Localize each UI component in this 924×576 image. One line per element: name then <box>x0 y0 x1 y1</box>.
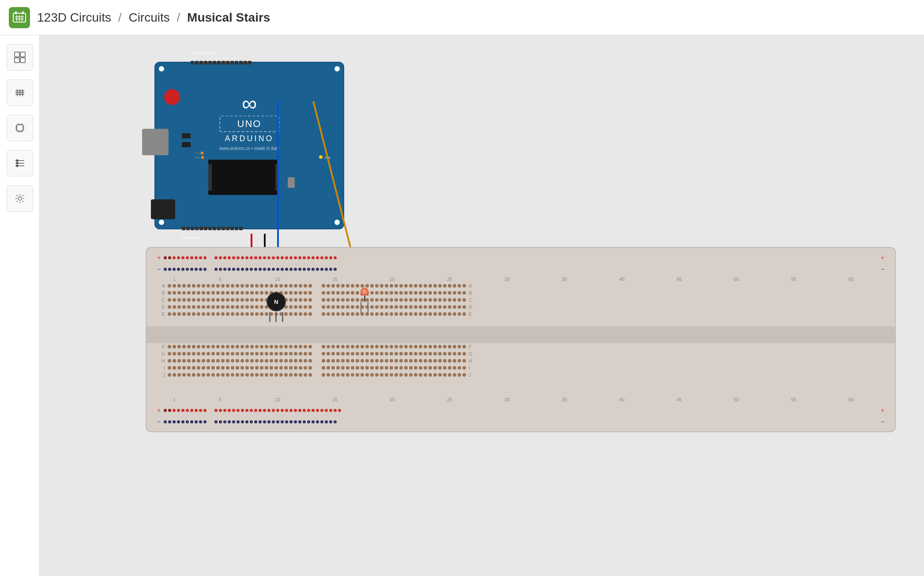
rail-dot-minus <box>320 268 323 271</box>
bb-dot <box>433 366 437 370</box>
bb-dot <box>453 291 456 295</box>
rail-dot-minus-bot <box>195 420 198 423</box>
col-num: 10 <box>272 277 283 282</box>
col-num <box>719 277 731 282</box>
sidebar-item-components[interactable] <box>7 44 33 71</box>
rail-dot <box>334 256 337 259</box>
bb-dot <box>197 305 200 309</box>
bb-dot <box>433 373 437 377</box>
bb-dot <box>404 298 408 302</box>
rail-dot-minus <box>164 268 167 271</box>
bb-dot <box>370 298 374 302</box>
bb-dot <box>448 352 451 355</box>
col-num-b: 10 <box>272 397 283 402</box>
transistor-component[interactable]: N <box>267 292 286 322</box>
col-num <box>593 277 605 282</box>
col-num-b <box>421 397 432 402</box>
bb-dot <box>265 359 268 363</box>
bb-dot <box>433 291 437 295</box>
arduino-board[interactable]: DIGITAL (PWM~) <box>154 62 344 229</box>
bb-dot <box>448 305 451 309</box>
col-num-b <box>582 397 593 402</box>
bb-dot <box>331 298 335 302</box>
breadcrumb-current[interactable]: Musical Stairs <box>187 11 270 24</box>
reset-button[interactable] <box>164 89 180 105</box>
bb-dot <box>226 284 229 288</box>
bb-dot <box>255 373 259 377</box>
bb-dot <box>260 366 263 370</box>
rail-dot-bot <box>223 409 226 412</box>
bb-dot <box>443 366 447 370</box>
sidebar-item-microcontroller[interactable] <box>7 115 33 141</box>
bb-dot <box>365 373 369 377</box>
bb-dot <box>187 359 191 363</box>
bb-dot <box>365 359 369 363</box>
bb-dot <box>236 298 239 302</box>
bb-dot <box>409 373 413 377</box>
bb-dot <box>236 291 239 295</box>
bb-dot <box>433 359 437 363</box>
bb-dot <box>394 345 398 348</box>
sidebar-item-settings[interactable] <box>7 185 33 212</box>
bb-dot <box>428 312 432 316</box>
bb-dot <box>197 312 200 316</box>
col-num-b <box>777 397 788 402</box>
rail-dot-bot <box>168 409 171 412</box>
rail-dot-bot <box>177 409 180 412</box>
breadcrumb-circuits[interactable]: Circuits <box>128 11 169 24</box>
bb-dot <box>394 298 398 302</box>
rail-dot-bot <box>325 409 328 412</box>
col-num-b <box>318 397 329 402</box>
bb-dot <box>443 305 447 309</box>
bb-dot <box>177 359 181 363</box>
bb-dot <box>356 305 359 309</box>
bb-dot <box>385 366 388 370</box>
svg-point-36 <box>16 165 18 167</box>
bb-dot <box>375 305 379 309</box>
bb-dot <box>308 359 312 363</box>
rail-dot-minus <box>241 268 244 271</box>
rail-dot <box>203 256 207 259</box>
main-chip <box>208 160 279 195</box>
bb-dot <box>231 312 234 316</box>
row-label-C-end: C <box>466 297 482 303</box>
bb-dot <box>192 284 195 288</box>
bb-dot <box>236 359 239 363</box>
plus-sign-top-end: + <box>879 254 886 261</box>
col-num-b <box>455 397 467 402</box>
app-name[interactable]: 123D Circuits <box>37 11 111 24</box>
bb-dot <box>173 373 176 377</box>
bb-dot <box>385 298 388 302</box>
bb-dot <box>341 305 345 309</box>
rail-dot-bot <box>254 409 257 412</box>
breadboard[interactable]: CIRCUITS.IO + <box>146 247 896 432</box>
col-num <box>777 277 788 282</box>
sidebar-item-breadboard[interactable] <box>7 79 33 106</box>
bb-dot <box>419 298 422 302</box>
bb-dot <box>231 298 234 302</box>
canvas-area[interactable]: DIGITAL (PWM~) <box>40 35 924 576</box>
bb-dot <box>448 345 451 348</box>
col-num-b <box>719 397 731 402</box>
bb-dot <box>458 312 461 316</box>
sidebar-item-list[interactable] <box>7 150 33 176</box>
bb-dot <box>304 352 307 355</box>
bb-dot <box>260 284 263 288</box>
bb-dot <box>211 352 215 355</box>
bb-dot <box>428 284 432 288</box>
bb-dot <box>211 312 215 316</box>
rail-dot-minus <box>214 268 218 271</box>
rail-dot <box>168 256 171 259</box>
bb-dot <box>385 373 388 377</box>
bb-dot <box>341 345 345 348</box>
col-num: 1 <box>169 277 180 282</box>
bb-dot <box>240 359 244 363</box>
bb-dot <box>221 345 225 348</box>
rail-dot-minus <box>237 268 240 271</box>
bb-dot <box>173 284 176 288</box>
col-num <box>352 277 364 282</box>
led-component[interactable] <box>361 288 368 314</box>
pin-hole <box>191 61 194 64</box>
bb-dot <box>216 352 220 355</box>
bb-dot <box>173 298 176 302</box>
